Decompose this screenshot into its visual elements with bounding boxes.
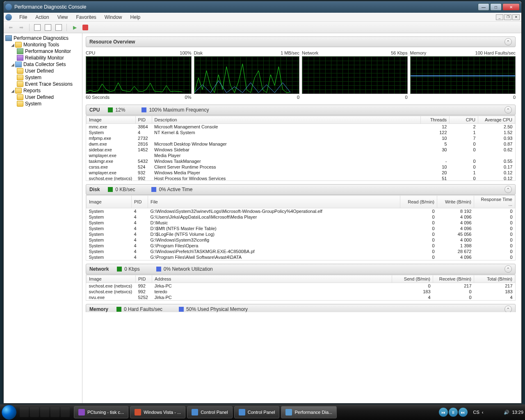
menu-view[interactable]: View: [53, 14, 72, 21]
col-total[interactable]: Total (B/min): [474, 275, 515, 283]
table-row[interactable]: System4G:\Windows\Prefetch\TASKMGR.EXE-4…: [87, 249, 515, 254]
volume-icon[interactable]: 🔊: [504, 410, 509, 415]
collapse-icon[interactable]: ⌃: [504, 106, 512, 114]
table-row[interactable]: dwm.exe2816Microsoft Desktop Window Mana…: [87, 141, 515, 147]
tree-data-collector-sets[interactable]: ◢Data Collector Sets: [5, 61, 81, 68]
col-cpu[interactable]: CPU: [450, 116, 478, 124]
table-row[interactable]: mmc.exe3864Microsoft Management Console1…: [87, 124, 515, 130]
media-prev-button[interactable]: ⏮: [439, 408, 448, 417]
table-row[interactable]: nvu.exe5252Jirka-PC404: [87, 294, 515, 300]
col-image[interactable]: Image: [87, 275, 136, 283]
navigation-tree[interactable]: Performance Diagnostics ◢Monitoring Tool…: [4, 33, 82, 403]
tree-user-defined[interactable]: User Defined: [5, 68, 81, 74]
taskbar-item[interactable]: Performance Dia...: [281, 406, 337, 418]
mdi-minimize-button[interactable]: _: [496, 14, 503, 20]
table-row[interactable]: System4G:\Program Files\Opera01 3980: [87, 243, 515, 249]
col-avg[interactable]: Average CPU: [478, 116, 515, 124]
tree-monitoring-tools[interactable]: ◢Monitoring Tools: [5, 41, 81, 48]
menu-favorites[interactable]: Favorites: [72, 14, 100, 21]
table-row[interactable]: System4G:\Users\Public\Pictures\Sample P…: [87, 260, 515, 260]
menu-help[interactable]: Help: [126, 14, 145, 21]
mdi-close-button[interactable]: ✕: [512, 14, 520, 20]
forward-button[interactable]: ➡: [17, 23, 26, 32]
start-button[interactable]: [2, 405, 16, 420]
col-image[interactable]: Image: [87, 116, 136, 124]
system-tray[interactable]: ⏮ ⏸ ⏭ CS ‹ 🔊 13:29: [439, 408, 523, 417]
col-resp[interactable]: Response Time ...: [474, 196, 515, 208]
table-row[interactable]: mfpmp.exe27321070.93: [87, 135, 515, 141]
table-row[interactable]: taskmgr.exe5432Windows TaskManager-00.55: [87, 158, 515, 164]
col-read[interactable]: Read (B/min): [400, 196, 437, 208]
taskbar-item[interactable]: Windows Vista - ...: [130, 406, 185, 418]
col-recv[interactable]: Receive (B/min): [433, 275, 474, 283]
menu-action[interactable]: Action: [31, 14, 53, 21]
tray-icon[interactable]: [486, 409, 492, 415]
col-pid[interactable]: PID: [135, 116, 152, 124]
tree-reports-user-defined[interactable]: User Defined: [5, 94, 81, 100]
col-desc[interactable]: Description: [152, 116, 420, 124]
tree-root[interactable]: Performance Diagnostics: [5, 35, 81, 41]
col-file[interactable]: File: [148, 196, 400, 208]
table-row[interactable]: System4G:\Users\Jirka\AppData\Local\Micr…: [87, 214, 515, 220]
network-section-header[interactable]: Network 0 Kbps 0% Network Utilization ⌃: [86, 264, 516, 274]
quick-launch-button[interactable]: [40, 407, 49, 417]
table-row[interactable]: System4D:\$Mft (NTFS Master File Table)0…: [87, 226, 515, 231]
quick-launch-button[interactable]: [20, 407, 29, 417]
network-table-wrap[interactable]: Image PID Address Send (B/min) Receive (…: [86, 274, 516, 301]
col-addr[interactable]: Address: [152, 275, 392, 283]
taskbar[interactable]: PCtuning - tisk c...Windows Vista - ...C…: [0, 404, 525, 420]
col-pid[interactable]: PID: [132, 196, 148, 208]
cpu-section-header[interactable]: CPU 12% 100% Maximum Frequency ⌃: [86, 105, 516, 115]
tray-icon[interactable]: [495, 409, 501, 415]
disk-table-wrap[interactable]: Image PID File Read (B/min) Write (B/min…: [86, 195, 516, 260]
table-row[interactable]: System4NT Kernel & System12211.52: [87, 130, 515, 135]
tree-reports-system[interactable]: System: [5, 100, 81, 107]
collapse-icon[interactable]: ⌃: [504, 306, 512, 312]
table-row[interactable]: sidebar.exe1452Windows Sidebar3000.62: [87, 147, 515, 153]
collapse-icon[interactable]: ⌃: [504, 265, 512, 273]
collapse-icon[interactable]: ⌃: [504, 186, 512, 193]
table-row[interactable]: wmplayer.exeMedia Player: [87, 153, 515, 158]
menu-file[interactable]: File: [15, 14, 31, 21]
memory-section-header[interactable]: Memory 0 Hard Faults/sec 50% Used Physic…: [86, 304, 516, 312]
toolbar-view1-button[interactable]: [33, 23, 42, 32]
quick-launch-button[interactable]: [61, 407, 70, 417]
collapse-icon[interactable]: ◢: [10, 62, 15, 67]
col-threads[interactable]: Threads: [421, 116, 450, 124]
table-row[interactable]: System4D:\Music04 0960: [87, 220, 515, 226]
disk-section-header[interactable]: Disk 0 KB/sec 0% Active Time ⌃: [86, 184, 516, 195]
resource-overview-header[interactable]: Resource Overview ⌃: [86, 37, 516, 47]
cpu-table-wrap[interactable]: Image PID Description Threads CPU Averag…: [86, 115, 516, 181]
media-next-button[interactable]: ⏭: [459, 408, 468, 417]
mdi-restore-button[interactable]: ❐: [504, 14, 511, 20]
table-row[interactable]: System4G:\Windows\System32\winevt\Logs\M…: [87, 208, 515, 215]
tree-system[interactable]: System: [5, 74, 81, 81]
table-row[interactable]: System4G:\Program Files\Alwil Software\A…: [87, 254, 515, 260]
maximize-button[interactable]: □: [490, 3, 502, 11]
col-write[interactable]: Write (B/min): [437, 196, 474, 208]
collapse-icon[interactable]: ◢: [10, 43, 15, 47]
close-button[interactable]: ✕: [502, 3, 520, 11]
tree-event-trace-sessions[interactable]: Event Trace Sessions: [5, 81, 81, 87]
table-row[interactable]: System4G:\Windows\System32\config04 0000: [87, 237, 515, 243]
tray-chevron-icon[interactable]: ‹: [482, 410, 484, 415]
tree-reports[interactable]: ◢Reports: [5, 87, 81, 94]
table-row[interactable]: System4D:\$LogFile (NTFS Volume Log)045 …: [87, 231, 515, 237]
quick-launch-button[interactable]: [30, 407, 39, 417]
toolbar-view2-button[interactable]: [43, 23, 52, 32]
collapse-icon[interactable]: ◢: [10, 89, 15, 93]
media-pause-button[interactable]: ⏸: [449, 408, 458, 417]
col-image[interactable]: Image: [87, 196, 132, 208]
tree-performance-monitor[interactable]: Performance Monitor: [5, 48, 81, 55]
col-send[interactable]: Send (B/min): [392, 275, 433, 283]
taskbar-item[interactable]: Control Panel: [234, 406, 280, 418]
stop-button[interactable]: [81, 23, 90, 32]
col-pid[interactable]: PID: [136, 275, 152, 283]
clock[interactable]: 13:29: [512, 410, 523, 415]
tree-reliability-monitor[interactable]: Reliability Monitor: [5, 55, 81, 61]
titlebar[interactable]: Performance Diagnostic Console — □ ✕: [4, 1, 521, 13]
taskbar-item[interactable]: Control Panel: [187, 406, 233, 418]
table-row[interactable]: svchost.exe (netsvcs)992Jirka-PC0217217: [87, 283, 515, 289]
collapse-icon[interactable]: ⌃: [504, 38, 512, 46]
quick-launch-button[interactable]: [50, 407, 59, 417]
